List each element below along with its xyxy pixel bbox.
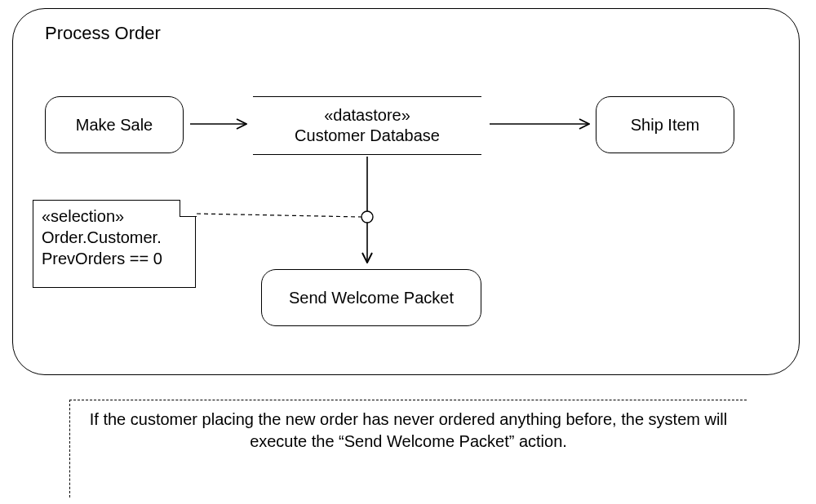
- action-make-sale-label: Make Sale: [76, 116, 153, 135]
- datastore-customer-db: «datastore» Customer Database: [253, 96, 481, 155]
- action-send-welcome-label: Send Welcome Packet: [289, 289, 454, 307]
- activity-title: Process Order: [45, 23, 161, 44]
- action-ship-item-label: Ship Item: [631, 116, 699, 135]
- action-ship-item: Ship Item: [596, 96, 734, 153]
- note-stereotype: «selection»: [42, 206, 188, 227]
- note-line-2: Order.Customer.: [42, 227, 188, 248]
- explanation-text: If the customer placing the new order ha…: [90, 410, 728, 450]
- action-make-sale: Make Sale: [45, 96, 184, 153]
- datastore-name: Customer Database: [295, 126, 440, 146]
- explanation-box: If the customer placing the new order ha…: [69, 400, 747, 497]
- datastore-stereotype: «datastore»: [324, 105, 410, 126]
- diagram-canvas: Process Order Make Sale «datastore» Cust…: [0, 0, 816, 504]
- action-send-welcome: Send Welcome Packet: [261, 269, 481, 326]
- note-fold-icon: [180, 200, 197, 217]
- selection-note: «selection» Order.Customer. PrevOrders =…: [33, 200, 196, 288]
- note-line-3: PrevOrders == 0: [42, 248, 188, 269]
